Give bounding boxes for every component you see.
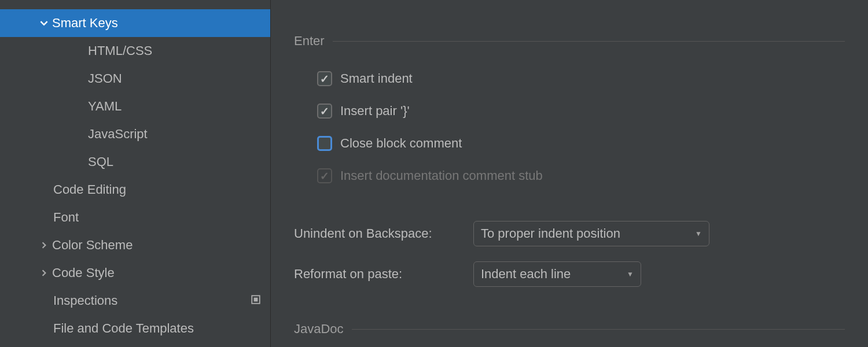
divider bbox=[352, 329, 845, 330]
sidebar-item-smart-keys[interactable]: Smart Keys bbox=[0, 9, 270, 37]
sidebar-item-html-css[interactable]: HTML/CSS bbox=[0, 37, 270, 65]
sidebar-item-label: Inspections bbox=[53, 293, 251, 308]
unindent-backspace-dropdown[interactable]: To proper indent position ▼ bbox=[473, 221, 709, 246]
sidebar-item-label: Smart Keys bbox=[52, 16, 270, 31]
sidebar-item-label: Code Editing bbox=[53, 182, 270, 197]
chevron-down-icon: ▼ bbox=[627, 270, 634, 278]
sidebar-item-label: SQL bbox=[88, 154, 270, 169]
option-label: Smart indent bbox=[340, 71, 413, 86]
option-label: Insert documentation comment stub bbox=[340, 168, 543, 183]
sidebar-item-label: Font bbox=[53, 210, 270, 225]
sidebar-item-json[interactable]: JSON bbox=[0, 65, 270, 93]
dropdown-value: To proper indent position bbox=[481, 226, 620, 241]
sidebar-item-label: JavaScript bbox=[88, 127, 270, 142]
field-unindent-backspace: Unindent on Backspace: To proper indent … bbox=[294, 221, 845, 246]
reformat-paste-dropdown[interactable]: Indent each line ▼ bbox=[473, 261, 641, 287]
chevron-down-icon bbox=[36, 19, 52, 27]
sidebar-item-label: Color Scheme bbox=[52, 238, 270, 253]
sidebar-item-color-scheme[interactable]: Color Scheme bbox=[0, 231, 270, 259]
dropdown-value: Indent each line bbox=[481, 267, 571, 282]
option-label: Close block comment bbox=[340, 136, 462, 151]
sidebar-item-label: JSON bbox=[88, 71, 270, 86]
option-smart-indent[interactable]: Smart indent bbox=[317, 62, 845, 95]
sidebar-item-label: YAML bbox=[88, 99, 270, 114]
settings-sidebar: Smart Keys HTML/CSS JSON YAML JavaScript… bbox=[0, 0, 271, 347]
sidebar-item-font[interactable]: Font bbox=[0, 204, 270, 231]
sidebar-item-label: HTML/CSS bbox=[88, 43, 270, 58]
sidebar-item-sql[interactable]: SQL bbox=[0, 148, 270, 176]
scheme-indicator-icon bbox=[251, 293, 270, 308]
section-title: Enter bbox=[294, 34, 325, 49]
sidebar-item-code-style[interactable]: Code Style bbox=[0, 259, 270, 287]
checkbox-icon[interactable] bbox=[317, 136, 332, 151]
chevron-down-icon: ▼ bbox=[695, 230, 702, 238]
sidebar-item-label: File and Code Templates bbox=[53, 321, 270, 336]
checkbox-icon[interactable] bbox=[317, 71, 332, 86]
field-reformat-paste: Reformat on paste: Indent each line ▼ bbox=[294, 261, 845, 287]
sidebar-item-javascript[interactable]: JavaScript bbox=[0, 120, 270, 148]
divider bbox=[333, 41, 845, 42]
sidebar-item-inspections[interactable]: Inspections bbox=[0, 287, 270, 315]
option-insert-doc-stub: Insert documentation comment stub bbox=[317, 160, 845, 192]
chevron-right-icon bbox=[36, 242, 52, 249]
checkbox-icon[interactable] bbox=[317, 104, 332, 119]
field-label: Unindent on Backspace: bbox=[294, 226, 462, 241]
sidebar-item-yaml[interactable]: YAML bbox=[0, 93, 270, 120]
settings-content: Enter Smart indent Insert pair '}' Close… bbox=[271, 0, 868, 347]
option-close-block-comment[interactable]: Close block comment bbox=[317, 127, 845, 160]
option-insert-pair-brace[interactable]: Insert pair '}' bbox=[317, 95, 845, 127]
checkbox-icon bbox=[317, 168, 332, 183]
sidebar-item-label: Code Style bbox=[52, 265, 270, 280]
section-header-enter: Enter bbox=[294, 34, 845, 49]
sidebar-item-file-templates[interactable]: File and Code Templates bbox=[0, 315, 270, 342]
option-label: Insert pair '}' bbox=[340, 104, 410, 119]
chevron-right-icon bbox=[36, 270, 52, 276]
svg-rect-1 bbox=[254, 298, 258, 302]
field-label: Reformat on paste: bbox=[294, 267, 462, 282]
section-title: JavaDoc bbox=[294, 322, 344, 337]
sidebar-item-code-editing[interactable]: Code Editing bbox=[0, 176, 270, 204]
section-header-javadoc: JavaDoc bbox=[294, 322, 845, 337]
